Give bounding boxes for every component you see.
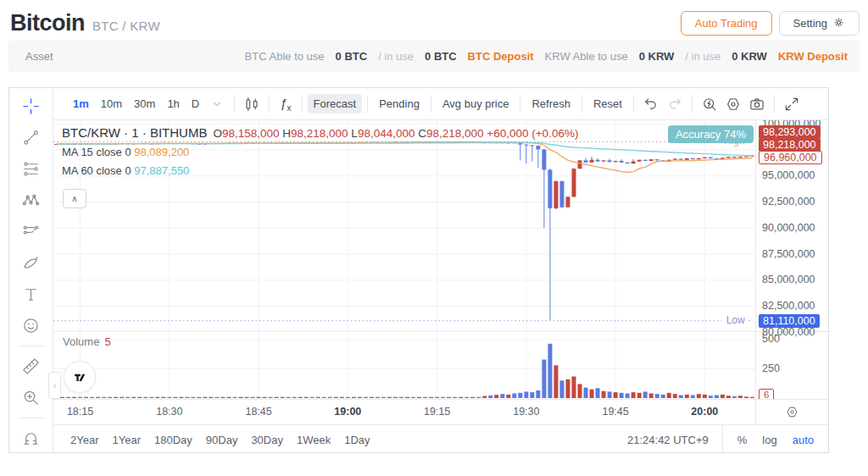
chart-plot-area[interactable]: BTC/KRW · 1 · BITHUMB O98,158,000 H98,21… [53,120,755,399]
tool-trend-line-icon[interactable] [15,122,47,153]
ma15-legend[interactable]: MA 15 close 0 98,089,200 [62,146,578,158]
krw-deposit-link[interactable]: KRW Deposit [778,50,848,63]
auto-trading-label: Auto Trading [695,17,758,30]
reset-button[interactable]: Reset [587,94,628,113]
time-axis[interactable]: 18:1518:3018:4519:0019:1519:3019:4520:00 [53,399,828,424]
range-1week[interactable]: 1Week [292,431,336,449]
btc-in-use-label: / in use [378,50,414,63]
trading-pair-label: BTC / KRW [92,19,160,33]
tool-magnet-icon[interactable] [15,423,47,452]
toolbar-divider [302,96,303,113]
interval-10m[interactable]: 10m [95,94,128,113]
time-tick-1845: 18:45 [245,406,271,418]
chart-settings-icon[interactable] [721,92,745,116]
auto-scale-button[interactable]: auto [787,431,820,449]
volume-tick-250: 250 [762,363,780,374]
clock: 21:24:42 UTC+9 [627,434,709,446]
time-tick-1830: 18:30 [156,406,182,418]
range-2year[interactable]: 2Year [65,431,104,449]
range-30day[interactable]: 30Day [246,431,288,449]
range-90day[interactable]: 90Day [201,431,243,449]
legend-collapse-button[interactable]: ∧ [63,189,86,208]
krw-in-use-label: / in use [685,50,721,63]
sidebar-collapse-handle[interactable]: ‹ [48,372,61,399]
range-1day[interactable]: 1Day [339,431,375,449]
volume-legend-value: 5 [104,335,110,348]
toolbar-divider [269,96,270,113]
accuracy-badge: Accuracy 74% [668,125,754,143]
krw-able-value: 0 KRW [639,50,675,63]
hexagon-settings-icon [785,405,799,419]
tool-crosshair-icon[interactable] [15,91,47,122]
pending-button[interactable]: Pending [373,94,426,113]
price-tick: 87,500,000 [762,248,815,260]
session-low-marker: Low · [726,314,751,326]
time-axis-settings[interactable] [755,400,828,424]
toolbar-divider [774,96,775,113]
tool-xabcd-pattern-icon[interactable] [15,185,47,216]
fullscreen-icon[interactable] [780,92,804,116]
btc-in-use-value: 0 BTC [425,50,457,63]
forecast-button[interactable]: Forecast [308,94,363,113]
last-price-label: 96,960,000 [759,151,822,164]
avg-buy-price-button[interactable]: Avg buy price [437,94,515,113]
refresh-button[interactable]: Refresh [526,94,576,113]
gear-icon [832,16,845,31]
high-price-label: 98,293,000 [759,125,821,139]
setting-label: Setting [793,17,827,30]
price-tick: 85,000,000 [762,274,815,285]
legend-symbol[interactable]: BTC/KRW · 1 · BITHUMB [62,125,207,140]
indicators-fx-icon[interactable]: ƒx [275,96,296,113]
interval-chevron-down-icon[interactable] [205,92,229,116]
top-header: Bitcoin BTC / KRW Auto Trading Setting [8,8,860,39]
tool-zoom-in-icon[interactable] [15,382,47,413]
volume-series [54,344,754,398]
undo-icon[interactable] [639,92,663,116]
log-scale-button[interactable]: log [756,431,782,449]
interval-1m[interactable]: 1m [67,94,95,113]
percent-scale-button[interactable]: % [732,431,754,449]
tool-ruler-icon[interactable] [15,351,47,382]
price-axis[interactable]: 98,293,000 98,218,000 96,960,000 81,110,… [755,120,831,399]
low-price-label: 81,110,000 [759,314,820,328]
time-tick-1930: 19:30 [513,406,539,418]
ma60-value: 97,887,550 [134,164,189,177]
price-tick: 95,000,000 [762,169,815,181]
interval-group: 1m10m30m1hD [67,94,205,113]
interval-D[interactable]: D [186,94,205,113]
page-title: Bitcoin [10,10,85,36]
tool-projection-icon[interactable] [15,216,47,247]
range-1year[interactable]: 1Year [108,431,147,449]
time-tick-1945: 19:45 [602,406,628,418]
interval-1h[interactable]: 1h [161,94,185,113]
toolbar-divider [581,96,582,113]
btc-deposit-link[interactable]: BTC Deposit [468,50,534,63]
range-selector: 2Year1Year180Day90Day30Day1Week1Day [65,431,376,449]
price-tick: 92,500,000 [762,196,815,208]
toolbar-divider [520,96,520,113]
tool-text-icon[interactable] [15,279,47,310]
setting-button[interactable]: Setting [779,11,860,36]
tradingview-logo[interactable] [64,361,96,393]
current-volume-label: 6 [759,389,774,399]
ma60-legend[interactable]: MA 60 close 0 97,887,550 [62,164,578,177]
interval-30m[interactable]: 30m [128,94,161,113]
auto-trading-button[interactable]: Auto Trading [681,11,772,36]
range-180day[interactable]: 180Day [149,431,198,449]
candle-style-icon[interactable] [240,92,264,116]
krw-able-label: KRW Able to use [545,50,628,63]
tool-divider [19,418,44,418]
tool-emoji-icon[interactable] [15,310,47,341]
tool-brush-icon[interactable] [15,247,47,279]
time-tick-1915: 19:15 [424,406,450,418]
chart-toolbar: 1m10m30m1hD ƒx Forecast Pending Avg buy … [53,88,828,120]
snapshot-camera-icon[interactable] [745,92,769,116]
time-tick-2000: 20:00 [691,406,718,418]
time-tick-1815: 18:15 [67,406,93,418]
btc-able-label: BTC Able to use [245,50,325,63]
tool-divider [19,346,44,346]
time-tick-1900: 19:00 [334,406,361,418]
redo-icon[interactable] [663,92,687,116]
tool-fib-retracement-icon[interactable] [15,153,47,185]
magnet-mode-icon[interactable] [698,92,721,116]
